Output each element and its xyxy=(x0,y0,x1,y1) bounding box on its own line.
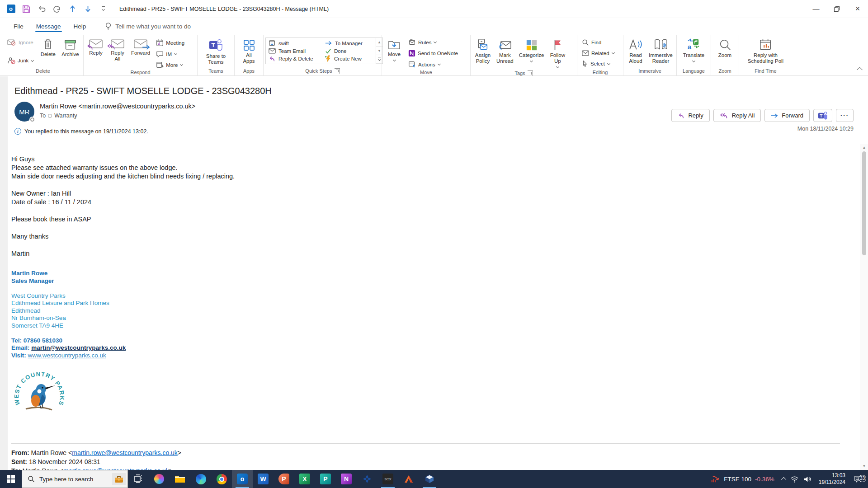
actions-button[interactable]: Actions xyxy=(406,60,460,69)
mark-unread-button[interactable]: Mark Unread xyxy=(494,36,516,65)
translate-button[interactable]: Translate xyxy=(681,36,707,64)
scroll-up-icon[interactable]: ▲ xyxy=(860,144,868,151)
recipient-name[interactable]: Warranty xyxy=(54,113,77,119)
select-button[interactable]: Select xyxy=(580,59,617,68)
taskbar-search-box[interactable]: Type here to search xyxy=(22,470,128,488)
edge-icon[interactable] xyxy=(190,470,211,488)
forward-button[interactable]: Forward xyxy=(129,36,152,57)
scheduling-poll-button[interactable]: Reply with Scheduling Poll xyxy=(745,36,786,65)
quick-step-to-manager[interactable]: To Manager xyxy=(325,39,375,47)
tab-help[interactable]: Help xyxy=(67,19,93,33)
assign-policy-button[interactable]: Assign Policy xyxy=(472,36,493,65)
rules-button[interactable]: Rules xyxy=(406,38,460,47)
tab-file[interactable]: File xyxy=(7,19,30,33)
reply-button[interactable]: Reply xyxy=(85,36,106,57)
quick-step-create-new[interactable]: Create New xyxy=(325,55,375,62)
powerpoint-icon[interactable]: P xyxy=(274,470,294,488)
delete-button[interactable]: Delete xyxy=(38,36,58,58)
ignore-button[interactable]: Ignore xyxy=(5,38,36,47)
task-view-button[interactable] xyxy=(128,470,149,488)
stock-widget[interactable]: FTSE 100 -0.36% xyxy=(707,475,779,483)
onenote-icon[interactable]: N xyxy=(336,470,357,488)
minimize-button[interactable]: — xyxy=(806,0,826,18)
quick-steps-dialog-launcher[interactable] xyxy=(335,68,340,74)
tab-message[interactable]: Message xyxy=(30,19,67,33)
reply-all-button[interactable]: Reply All xyxy=(107,36,128,63)
reply-arrow-icon xyxy=(678,113,685,119)
meeting-button[interactable]: Meeting xyxy=(154,38,186,47)
quoted-from-email-link[interactable]: martin.rowe@westcountryparks.co.uk xyxy=(72,449,178,456)
customize-qat-button[interactable] xyxy=(99,5,108,14)
tell-me-box[interactable]: Tell me what you want to do xyxy=(105,22,191,31)
restore-button[interactable] xyxy=(826,0,847,18)
share-to-teams-header-button[interactable] xyxy=(813,109,832,122)
im-button[interactable]: IM xyxy=(154,50,186,58)
more-actions-button[interactable]: ··· xyxy=(836,109,854,122)
more-respond-button[interactable]: More xyxy=(154,61,186,69)
file-explorer-icon[interactable] xyxy=(170,470,190,488)
excel-icon[interactable]: X xyxy=(294,470,315,488)
outlook-taskbar-icon[interactable]: o xyxy=(232,470,253,488)
autodesk-icon[interactable] xyxy=(398,470,419,488)
archive-button[interactable]: Archive xyxy=(59,36,81,58)
forward-header-button[interactable]: Forward xyxy=(764,109,810,122)
notification-center-button[interactable]: 33 xyxy=(850,475,865,483)
show-hidden-icons-chevron[interactable] xyxy=(781,477,786,482)
read-aloud-button[interactable]: Read Aloud xyxy=(625,36,646,65)
follow-up-button[interactable]: Follow Up xyxy=(547,36,568,70)
quick-step-reply-delete[interactable]: Reply & Delete xyxy=(269,55,325,62)
reply-all-header-button[interactable]: Reply All xyxy=(713,109,761,122)
publisher-icon[interactable]: P xyxy=(315,470,336,488)
junk-button[interactable]: Junk xyxy=(5,56,36,65)
tags-dialog-launcher[interactable] xyxy=(528,70,533,76)
wifi-icon[interactable] xyxy=(790,476,799,483)
window-title: Edithmead - PR25 - SWIFT MOSELLE LODGE -… xyxy=(119,6,329,12)
quick-step-done[interactable]: Done xyxy=(325,47,375,55)
sender-name[interactable]: Martin Rowe <martin.rowe@westcountrypark… xyxy=(40,103,195,110)
undo-button[interactable] xyxy=(37,5,46,14)
message-body[interactable]: Hi GuysPlease see attached warranty issu… xyxy=(8,144,860,470)
send-to-onenote-button[interactable]: Send to OneNote xyxy=(406,49,460,58)
scrollbar-thumb[interactable] xyxy=(862,151,866,255)
signature-website-link[interactable]: www.westcountryparks.co.uk xyxy=(28,352,106,359)
collapse-ribbon-icon[interactable] xyxy=(857,67,863,73)
copilot-icon[interactable] xyxy=(149,470,170,488)
categorize-button[interactable]: Categorize xyxy=(517,36,547,64)
share-to-teams-button[interactable]: Share to Teams xyxy=(204,36,228,66)
immersive-reader-button[interactable]: Immersive Reader xyxy=(647,36,675,65)
briefcase-icon[interactable] xyxy=(112,473,126,485)
previous-item-button[interactable] xyxy=(68,5,77,14)
text-line xyxy=(11,206,860,215)
volume-icon[interactable] xyxy=(803,476,811,483)
vertical-scrollbar[interactable]: ▲ ▼ xyxy=(860,144,868,470)
ribbon-group-move: Move Rules Send to OneNote Actions Move xyxy=(382,35,470,75)
threecx-icon[interactable]: 3CX xyxy=(377,470,398,488)
start-button[interactable] xyxy=(0,470,22,488)
reply-header-button[interactable]: Reply xyxy=(671,109,709,122)
zoom-button[interactable]: Zoom xyxy=(715,36,736,59)
quick-step-team-email[interactable]: Team Email xyxy=(269,47,325,55)
text-line: Edithmead xyxy=(11,307,860,315)
connect-app-icon[interactable] xyxy=(357,470,377,488)
quick-step-swift[interactable]: swift xyxy=(269,39,325,47)
taskbar-clock[interactable]: 13:03 19/11/2024 xyxy=(815,472,849,486)
next-item-button[interactable] xyxy=(83,5,92,14)
find-button[interactable]: Find xyxy=(580,38,617,47)
text-line: Please see attached warranty issues on t… xyxy=(11,164,860,172)
redo-button[interactable] xyxy=(52,5,61,14)
virtualbox-icon[interactable] xyxy=(419,470,440,488)
move-button[interactable]: Move xyxy=(384,36,405,63)
assign-policy-icon xyxy=(476,38,489,51)
close-button[interactable]: × xyxy=(847,0,868,18)
envelope-icon xyxy=(269,48,276,54)
save-button[interactable] xyxy=(22,5,31,14)
related-button[interactable]: Related xyxy=(580,49,617,57)
signature-email-link[interactable]: martin@westcountryparks.co.uk xyxy=(31,344,126,351)
company-logo: WEST COUNTRY PARKS xyxy=(12,366,66,420)
scroll-down-icon[interactable]: ▼ xyxy=(860,462,868,470)
chrome-icon[interactable] xyxy=(211,470,232,488)
word-icon[interactable]: W xyxy=(253,470,274,488)
all-apps-button[interactable]: All Apps xyxy=(239,36,259,65)
avatar[interactable]: MR xyxy=(14,102,34,122)
quick-steps-gallery: swift To Manager Team Email Done Reply &… xyxy=(265,38,383,64)
